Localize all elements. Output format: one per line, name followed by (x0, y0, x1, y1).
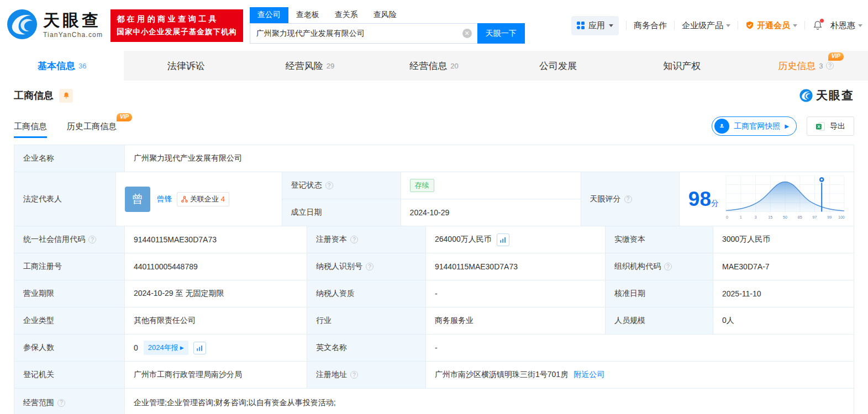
tab-operation-risk[interactable]: 经营风险 29 (248, 51, 372, 81)
apps-label: 应用 (588, 20, 605, 31)
search-block: 查公司 查老板 查关系 查风险 ✕ 天眼一下 (250, 7, 525, 44)
monitor-bell-icon[interactable] (59, 89, 73, 103)
org-code-label: 组织机构代码 (606, 253, 713, 280)
score-number: 98 (688, 188, 711, 210)
watermark-logo: 天眼查 (799, 88, 854, 103)
help-icon[interactable] (57, 399, 65, 407)
stamp-icon (714, 119, 729, 134)
help-icon[interactable] (350, 371, 358, 379)
company-name-value: 广州聚力现代产业发展有限公司 (125, 145, 854, 172)
svg-text:1: 1 (740, 215, 742, 219)
tianyancha-logo-icon (7, 9, 38, 42)
tab-label: 历史信息 (778, 60, 816, 72)
tab-history-info[interactable]: VIP 历史信息 3 (744, 51, 868, 81)
help-icon[interactable] (664, 263, 672, 270)
divider (626, 21, 627, 30)
export-button[interactable]: X 导出 (807, 116, 854, 136)
avatar[interactable]: 曾 (125, 187, 150, 212)
search-tab-risk[interactable]: 查风险 (366, 7, 404, 23)
establish-date-label: 成立日期 (282, 199, 401, 226)
table-row: 工商注册号 440110005448789 纳税人识别号 91440115MAE… (14, 253, 854, 280)
search-tab-relation[interactable]: 查关系 (327, 7, 366, 23)
insured-trend-icon[interactable] (193, 342, 206, 354)
svg-text:97: 97 (813, 215, 817, 219)
business-cooperation-link[interactable]: 商务合作 (634, 20, 667, 31)
svg-text:0: 0 (726, 215, 728, 219)
insured-count-label: 参保人数 (14, 335, 125, 361)
main-content: 工商信息 天眼查 工商信息 VIP 历史工商信息 (0, 88, 868, 414)
company-name-label: 企业名称 (14, 145, 125, 172)
enterprise-products-menu[interactable]: 企业级产品 (682, 20, 730, 31)
tab-basic-info[interactable]: 基本信息 36 (0, 51, 124, 81)
promo-line1: 都在用的商业查询工具 (117, 14, 237, 24)
tab-count: 20 (450, 62, 458, 70)
reg-status-label: 登记状态 (282, 172, 401, 199)
approval-date-label: 核准日期 (606, 280, 713, 307)
tab-count: 29 (327, 62, 334, 70)
industry-value: 商务服务业 (426, 307, 606, 334)
user-menu[interactable]: 朴恩惠 (830, 20, 862, 31)
notifications-bell-icon[interactable] (812, 20, 823, 31)
search-tabs: 查公司 查老板 查关系 查风险 (250, 7, 525, 23)
help-icon[interactable] (325, 182, 333, 189)
chevron-down-icon (609, 24, 613, 27)
help-icon[interactable] (624, 195, 632, 203)
svg-text:3: 3 (755, 215, 757, 219)
official-snapshot-button[interactable]: 工商官网快照 ▶ (712, 116, 797, 136)
tab-intellectual-property[interactable]: 知识产权 (620, 51, 744, 81)
taxpayer-qualification-value: - (426, 280, 606, 307)
search-input[interactable] (250, 23, 477, 44)
help-icon[interactable] (350, 236, 358, 243)
taxpayer-qualification-label: 纳税人资质 (307, 280, 426, 307)
membership-label: 开通会员 (757, 20, 790, 31)
apps-menu[interactable]: 应用 (571, 16, 619, 35)
nearby-companies-link[interactable]: 附近公司 (574, 370, 604, 380)
help-icon[interactable] (366, 263, 373, 270)
business-scope-label: 经营范围 (14, 389, 125, 414)
svg-text:50: 50 (783, 215, 787, 219)
tab-label: 基本信息 (38, 60, 75, 72)
tab-label: 法律诉讼 (167, 60, 205, 72)
related-label: 关联企业 (190, 194, 219, 204)
arrow-right-icon: ▶ (180, 345, 184, 351)
chevron-down-icon (858, 24, 862, 27)
tab-company-development[interactable]: 公司发展 (496, 51, 620, 81)
subtab-history-business-info[interactable]: VIP 历史工商信息 (67, 121, 117, 138)
score-unit: 分 (711, 199, 719, 208)
legal-rep-label: 法定代表人 (14, 172, 116, 226)
annual-report-badge[interactable]: 2024年报▶ (144, 341, 188, 355)
taxpayer-id-value: 91440115MAE30D7A73 (426, 253, 606, 280)
capital-trend-icon[interactable] (497, 233, 509, 246)
related-companies-badge[interactable]: 关联企业 4 (177, 192, 229, 206)
section-title: 工商信息 (14, 89, 54, 102)
legal-rep-name-link[interactable]: 曾锋 (157, 194, 172, 204)
svg-text:85: 85 (798, 215, 802, 219)
tab-operation-info[interactable]: 经营信息 20 (372, 51, 496, 81)
search-tab-boss[interactable]: 查老板 (288, 7, 327, 23)
open-membership-button[interactable]: 开通会员 (745, 20, 797, 31)
insured-count-value: 0 2024年报▶ (125, 335, 307, 361)
staff-size-label: 人员规模 (606, 307, 713, 334)
snapshot-label: 工商官网快照 (734, 121, 780, 131)
svg-text:15: 15 (768, 215, 772, 219)
notification-dot (820, 19, 824, 23)
company-tabs: 基本信息 36 法律诉讼 经营风险 29 经营信息 20 公司发展 知识产权 V… (0, 51, 868, 81)
search-button[interactable]: 天眼一下 (477, 23, 525, 44)
divider (674, 21, 675, 30)
tab-legal-proceedings[interactable]: 法律诉讼 (124, 51, 248, 81)
tab-label: 知识产权 (663, 60, 701, 72)
enterprise-products-label: 企业级产品 (682, 20, 723, 31)
export-label: 导出 (830, 121, 845, 131)
help-icon[interactable] (826, 62, 834, 70)
business-term-value: 2024-10-29 至 无固定期限 (125, 280, 307, 307)
subtab-business-info[interactable]: 工商信息 (14, 121, 47, 138)
help-icon[interactable] (88, 236, 96, 243)
search-tab-company[interactable]: 查公司 (250, 7, 288, 23)
paid-capital-value: 3000万人民币 (713, 226, 854, 253)
industry-label: 行业 (307, 307, 426, 334)
reg-number-value: 440110005448789 (125, 253, 307, 280)
tianyancha-logo[interactable]: 天眼查 TianYanCha.com (7, 9, 103, 42)
paid-capital-label: 实缴资本 (606, 226, 713, 253)
header-nav: 应用 商务合作 企业级产品 开通会员 朴恩惠 (571, 16, 862, 35)
clear-icon[interactable]: ✕ (462, 29, 472, 38)
